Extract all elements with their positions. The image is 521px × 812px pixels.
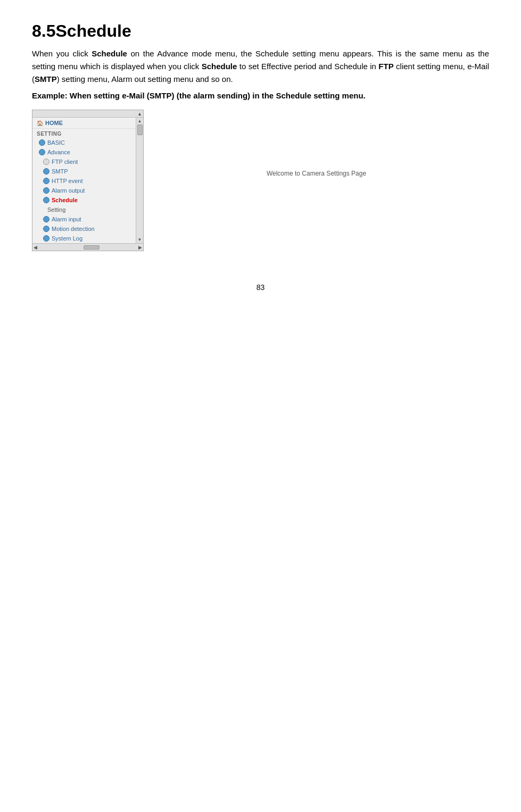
bottom-scrollbar[interactable]: ◀ ▶ <box>32 243 143 251</box>
sidebar-label-alarm-output: Alarm output <box>52 187 85 194</box>
home-label: HOME <box>45 120 63 126</box>
sidebar-label-syslog: System Log <box>52 235 82 242</box>
browser-main: 🏠 HOME SETTING BASIC Advance <box>32 118 143 243</box>
http-icon <box>43 178 49 184</box>
scroll-left-arrow[interactable]: ◀ <box>34 245 37 250</box>
sidebar-label-alarm-input: Alarm input <box>52 216 81 222</box>
sidebar-item-http[interactable]: HTTP event <box>32 176 136 186</box>
sidebar-item-schedule[interactable]: Schedule <box>32 195 136 205</box>
sidebar-label-schedule: Schedule <box>52 197 78 203</box>
scroll-thumb-vertical[interactable] <box>137 125 143 135</box>
sidebar-label-http: HTTP event <box>52 178 83 184</box>
scroll-bottom-arrow[interactable]: ▼ <box>138 237 142 242</box>
top-scrollbar[interactable]: ▲ <box>32 110 143 118</box>
motion-icon <box>43 226 49 232</box>
sidebar-item-syslog[interactable]: System Log <box>32 234 136 243</box>
sidebar-item-smtp[interactable]: SMTP <box>32 167 136 176</box>
alarm-input-icon <box>43 216 49 222</box>
ftp-icon <box>43 159 49 165</box>
sidebar-home[interactable]: 🏠 HOME <box>32 118 136 129</box>
scroll-right-arrow[interactable]: ▶ <box>138 245 142 250</box>
sidebar: 🏠 HOME SETTING BASIC Advance <box>32 118 136 243</box>
sidebar-item-basic[interactable]: BASIC <box>32 138 136 147</box>
screenshot-container: ▲ 🏠 HOME SETTING BASIC <box>32 110 489 251</box>
scroll-top-arrow[interactable]: ▲ <box>138 119 142 123</box>
syslog-icon <box>43 235 49 242</box>
schedule-icon <box>43 197 49 203</box>
sidebar-item-advance[interactable]: Advance <box>32 147 136 157</box>
sidebar-label-advance: Advance <box>47 149 70 155</box>
page-title: 8.5Schedule <box>32 21 489 41</box>
sidebar-label-ftp: FTP client <box>52 159 78 165</box>
sidebar-label-motion: Motion detection <box>52 226 95 232</box>
sidebar-label-setting: Setting <box>47 206 65 213</box>
basic-icon <box>39 139 45 146</box>
alarm-output-icon <box>43 187 49 194</box>
sidebar-item-alarm-input[interactable]: Alarm input <box>32 214 136 224</box>
sidebar-label-smtp: SMTP <box>52 168 68 175</box>
example-label: Example: When setting e-Mail (SMTP) (the… <box>32 91 489 100</box>
sidebar-item-setting[interactable]: Setting <box>32 205 136 214</box>
home-icon: 🏠 <box>37 120 43 126</box>
right-scrollbar[interactable]: ▲ ▼ <box>136 118 143 243</box>
setting-section-label: SETTING <box>32 129 136 138</box>
scroll-thumb-horizontal[interactable] <box>84 245 100 250</box>
welcome-area: Welcome to Camera Settings Page <box>144 110 489 237</box>
smtp-icon <box>43 168 49 175</box>
fake-browser: ▲ 🏠 HOME SETTING BASIC <box>32 110 144 251</box>
welcome-text: Welcome to Camera Settings Page <box>267 170 366 177</box>
sidebar-item-ftp[interactable]: FTP client <box>32 157 136 167</box>
sidebar-label-basic: BASIC <box>47 139 65 146</box>
advance-icon <box>39 149 45 155</box>
page-number: 83 <box>32 283 489 292</box>
sidebar-item-motion[interactable]: Motion detection <box>32 224 136 234</box>
body-paragraph: When you click Schedule on the Advance m… <box>32 47 489 86</box>
scroll-up-arrow[interactable]: ▲ <box>137 111 142 117</box>
sidebar-item-alarm-output[interactable]: Alarm output <box>32 186 136 195</box>
